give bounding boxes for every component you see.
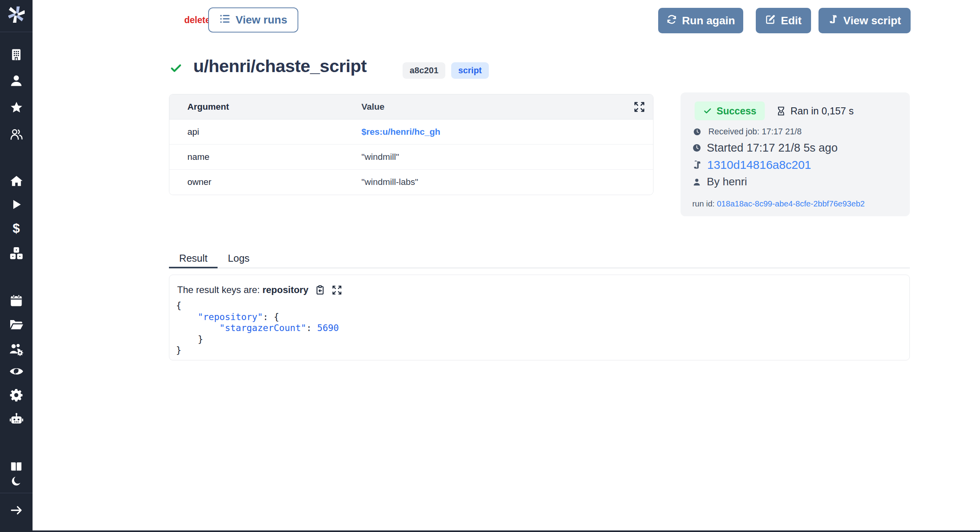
check-icon xyxy=(703,107,712,115)
tab-logs[interactable]: Logs xyxy=(218,250,260,268)
table-row: owner "windmill-labs" xyxy=(169,170,653,195)
arg-value: "windmill" xyxy=(361,152,653,162)
table-row: name "windmill" xyxy=(169,145,653,170)
resource-link[interactable]: $res:u/henri/hc_gh xyxy=(361,127,440,137)
run-author: By henri xyxy=(692,176,898,188)
result-keys-text: The result keys are: repository xyxy=(177,284,309,295)
run-id-label: run id: xyxy=(692,199,717,208)
sidebar-divider-bottom xyxy=(0,493,33,493)
run-again-label: Run again xyxy=(682,14,735,27)
sidebar: $ xyxy=(0,0,33,532)
table-row: api $res:u/henri/hc_gh xyxy=(169,119,653,145)
clock-icon xyxy=(693,128,701,136)
variables-dollar-icon[interactable]: $ xyxy=(0,221,33,236)
workers-users-gear-icon[interactable] xyxy=(0,342,33,358)
result-json: { "repository": { "stargazerCount": 5690… xyxy=(176,300,900,356)
view-script-label: View script xyxy=(843,14,901,27)
hourglass-icon xyxy=(777,107,786,116)
kind-badge: script xyxy=(451,62,489,79)
result-key: repository xyxy=(262,284,308,295)
clock-icon xyxy=(692,143,701,152)
started-at: Started 17:17 21/8 5s ago xyxy=(692,141,898,154)
column-argument: Argument xyxy=(169,102,361,112)
job-hash-link[interactable]: 1310d14816a8c201 xyxy=(707,158,811,172)
run-id-row: run id: 018a18ac-8c99-abe4-8cfe-2bbf76e9… xyxy=(692,199,898,208)
script-scroll-icon xyxy=(828,14,838,27)
groups-icon[interactable] xyxy=(0,127,33,142)
edit-label: Edit xyxy=(781,14,802,27)
status-badge: Success xyxy=(695,101,765,120)
success-check-icon xyxy=(170,62,182,76)
column-value: Value xyxy=(361,102,653,112)
windmill-logo[interactable] xyxy=(0,7,33,22)
arg-name: api xyxy=(169,127,361,137)
schedules-calendar-icon[interactable] xyxy=(0,293,33,308)
arg-name: name xyxy=(169,152,361,162)
sidebar-divider-top xyxy=(0,32,33,32)
tabs-underline xyxy=(169,268,910,268)
page-title: u/henri/chaste_script xyxy=(193,56,367,76)
tab-result[interactable]: Result xyxy=(169,250,218,268)
arg-name: owner xyxy=(169,177,361,187)
folders-icon[interactable] xyxy=(0,316,33,332)
job-hash-row: 1310d14816a8c201 xyxy=(692,158,898,172)
run-again-button[interactable]: Run again xyxy=(658,8,743,33)
main-content: delete View runs Run again Edit xyxy=(33,0,980,532)
hash-badge: a8c201 xyxy=(403,62,445,79)
audit-eye-icon[interactable] xyxy=(0,364,33,379)
json-line: } xyxy=(176,334,900,345)
expand-table-icon[interactable] xyxy=(633,101,645,113)
result-panel: The result keys are: repository { "repos… xyxy=(169,275,910,360)
json-line: "stargazerCount": 5690 xyxy=(176,322,900,334)
copy-to-clipboard-icon[interactable] xyxy=(315,285,325,295)
arguments-table-header: Argument Value xyxy=(169,94,653,119)
refresh-icon xyxy=(666,14,677,27)
docs-book-icon[interactable] xyxy=(0,458,33,474)
run-id-link[interactable]: 018a18ac-8c99-abe4-8cfe-2bbf76e93eb2 xyxy=(717,199,865,208)
view-script-button[interactable]: View script xyxy=(818,8,911,33)
star-icon[interactable] xyxy=(0,100,33,116)
expand-result-icon[interactable] xyxy=(332,285,342,295)
dark-mode-moon-icon[interactable] xyxy=(0,473,33,489)
run-duration: Ran in 0,157 s xyxy=(777,105,853,117)
runs-play-icon[interactable] xyxy=(0,197,33,212)
result-tabs: Result Logs xyxy=(169,250,260,268)
script-scroll-icon xyxy=(692,160,702,170)
settings-gear-icon[interactable] xyxy=(0,387,33,403)
json-line: { xyxy=(176,300,900,311)
window-bottom-edge xyxy=(0,530,980,532)
edit-pencil-icon xyxy=(765,14,776,27)
edit-button[interactable]: Edit xyxy=(756,8,811,33)
received-job: Received job: 17:17 21/8 xyxy=(693,127,898,137)
arguments-table: Argument Value api $res:u/henri/hc_gh na… xyxy=(169,94,653,195)
user-icon[interactable] xyxy=(0,72,33,88)
view-runs-label: View runs xyxy=(236,14,287,26)
resources-cubes-icon[interactable] xyxy=(0,246,33,261)
run-info-panel: Success Ran in 0,157 s Received job: 17:… xyxy=(681,92,910,216)
json-line: "repository": { xyxy=(176,311,900,323)
workspace-building-icon[interactable] xyxy=(0,47,33,62)
arg-value: "windmill-labs" xyxy=(361,177,653,187)
expand-sidebar-arrow-icon[interactable] xyxy=(0,502,33,518)
person-icon xyxy=(692,177,701,186)
json-line: } xyxy=(176,345,900,356)
delete-button[interactable]: delete xyxy=(184,15,210,25)
list-icon xyxy=(219,13,230,27)
view-runs-button[interactable]: View runs xyxy=(208,7,298,33)
home-icon[interactable] xyxy=(0,174,33,189)
robot-icon[interactable] xyxy=(0,411,33,427)
